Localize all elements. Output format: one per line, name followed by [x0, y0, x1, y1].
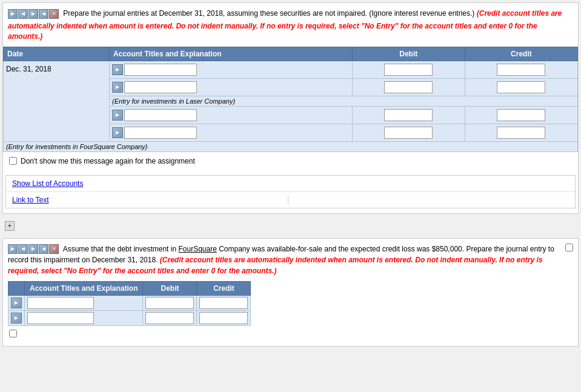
icon-btn-1[interactable]: ▶ [8, 9, 18, 19]
s2-icon-3[interactable]: ▶ [28, 244, 38, 254]
s2-account-cell-2: Equity Investmen [25, 310, 143, 325]
account-cell-3: No Entry [110, 106, 353, 124]
expand-btn[interactable]: + [5, 221, 15, 231]
show-list-link[interactable]: Show List of Accounts [12, 179, 83, 188]
s2-icon-cell-1 [8, 295, 25, 310]
section2-container: ▶ ◀ ▶ ◀ ✕ Assume that the debt investmen… [2, 238, 579, 347]
debit-cell-4 [352, 124, 465, 141]
svg-marker-1 [116, 85, 119, 89]
debit-input-4[interactable] [384, 127, 433, 139]
s2-col-header-icon [8, 281, 25, 295]
debit-cell-3: 0 [352, 106, 465, 124]
col-header-date: Date [4, 47, 110, 61]
s2-debit-input-1[interactable]: 850000 [145, 297, 194, 309]
account-cell-1: No Entry [110, 61, 353, 78]
s2-icon-1[interactable]: ▶ [8, 244, 18, 254]
entry-label-1: (Entry for investments in Laser Company) [110, 96, 578, 106]
s2-bottom-checkbox[interactable] [9, 330, 17, 337]
expand-section-divider: + [0, 216, 581, 236]
table-row: Dec. 31, 2018 No Entry 0 [4, 61, 578, 78]
svg-marker-2 [116, 113, 119, 117]
account-cell-2: No Entry [110, 78, 353, 96]
icon-btn-3[interactable]: ▶ [28, 9, 38, 19]
svg-marker-4 [15, 301, 18, 305]
account-icon-1[interactable] [112, 64, 123, 75]
dont-show-checkbox[interactable] [9, 157, 17, 165]
s2-debit-cell-2 [143, 310, 197, 325]
s2-account-input-2[interactable]: Equity Investmen [27, 312, 94, 324]
account-icon-4[interactable] [112, 127, 123, 138]
s2-credit-cell-1 [197, 295, 251, 310]
svg-marker-0 [116, 68, 119, 71]
s2-debit-cell-1: 850000 [143, 295, 197, 310]
credit-cell-1 [465, 61, 577, 78]
s2-icon-4[interactable]: ◀ [39, 244, 48, 254]
debit-cell-2 [352, 78, 465, 96]
debit-cell-1: 0 [352, 61, 465, 78]
date-cell: Dec. 31, 2018 [4, 61, 110, 141]
s2-row-icon-2[interactable] [11, 313, 22, 324]
s2-corner-checkbox[interactable] [565, 244, 573, 251]
instructions-area: ▶ ◀ ▶ ◀ ✕ Prepare the journal entries at… [3, 3, 578, 45]
account-input-4[interactable]: No Entry [124, 127, 197, 139]
credit-input-2[interactable]: 0 [497, 81, 545, 93]
link-to-text-row: Link to Text [6, 192, 575, 208]
foursquare-ref: FourSquare [178, 245, 216, 253]
table-row: Equity Investmen 850000 [8, 310, 251, 325]
account-input-1[interactable]: No Entry [124, 64, 197, 76]
account-icon-2[interactable] [112, 82, 123, 93]
s2-checkbox-row [8, 326, 573, 341]
link-to-text-link[interactable]: Link to Text [12, 196, 48, 204]
col-header-account: Account Titles and Explanation [110, 47, 353, 61]
s2-col-header-credit: Credit [197, 281, 251, 295]
s2-col-header-debit: Debit [143, 281, 197, 295]
s2-instructions-italic: (Credit account titles are automatically… [8, 256, 542, 275]
svg-marker-3 [116, 131, 119, 135]
s2-icon-2[interactable]: ◀ [18, 244, 28, 254]
dont-show-row: Don't show me this message again for the… [3, 152, 578, 170]
svg-marker-5 [15, 316, 18, 320]
section2-instructions: ▶ ◀ ▶ ◀ ✕ Assume that the debt investmen… [8, 244, 573, 276]
col-header-credit: Credit [465, 47, 577, 61]
credit-cell-4: 0 [465, 124, 577, 141]
account-cell-4: No Entry [110, 124, 353, 141]
account-icon-3[interactable] [112, 110, 123, 121]
credit-input-1[interactable] [497, 64, 545, 76]
journal-table: Date Account Titles and Explanation Debi… [3, 47, 578, 152]
links-section: Show List of Accounts Link to Text [5, 175, 576, 208]
instructions-text: Prepare the journal entries at December … [63, 9, 474, 18]
debit-input-1[interactable]: 0 [384, 64, 433, 76]
credit-input-4[interactable]: 0 [497, 127, 545, 139]
s2-icon-5[interactable]: ✕ [49, 244, 59, 254]
s2-account-cell-1: Allowance for Imp [25, 295, 143, 310]
s2-row-icon-1[interactable] [11, 297, 22, 308]
s2-credit-input-1[interactable] [199, 297, 248, 309]
entry-label-2: (Entry for investments in FourSquare Com… [4, 141, 578, 151]
s2-icon-cell-2 [8, 310, 25, 325]
account-input-3[interactable]: No Entry [124, 109, 197, 121]
table-row: Allowance for Imp 850000 [8, 295, 251, 310]
s2-credit-cell-2: 850000 [197, 310, 251, 325]
table-row-label2: (Entry for investments in FourSquare Com… [4, 141, 578, 151]
s2-account-input-1[interactable]: Allowance for Imp [27, 297, 94, 309]
s2-debit-input-2[interactable] [145, 312, 194, 324]
credit-input-3[interactable] [497, 109, 545, 121]
icon-btn-2[interactable]: ◀ [18, 9, 28, 19]
account-input-2[interactable]: No Entry [124, 81, 197, 93]
credit-cell-2: 0 [465, 78, 577, 96]
icon-btn-4[interactable]: ◀ [39, 9, 48, 19]
s2-col-header-account: Account Titles and Explanation [25, 281, 143, 295]
debit-input-2[interactable] [384, 81, 433, 93]
icon-btn-5[interactable]: ✕ [49, 9, 59, 19]
dont-show-label: Don't show me this message again for the… [21, 157, 195, 165]
col-header-debit: Debit [352, 47, 465, 61]
debit-input-3[interactable]: 0 [384, 109, 433, 121]
show-list-row: Show List of Accounts [6, 176, 575, 192]
section2-table: Account Titles and Explanation Debit Cre… [8, 281, 251, 326]
credit-cell-3 [465, 106, 577, 124]
section1-container: ▶ ◀ ▶ ◀ ✕ Prepare the journal entries at… [2, 2, 579, 214]
s2-credit-input-2[interactable]: 850000 [199, 312, 248, 324]
